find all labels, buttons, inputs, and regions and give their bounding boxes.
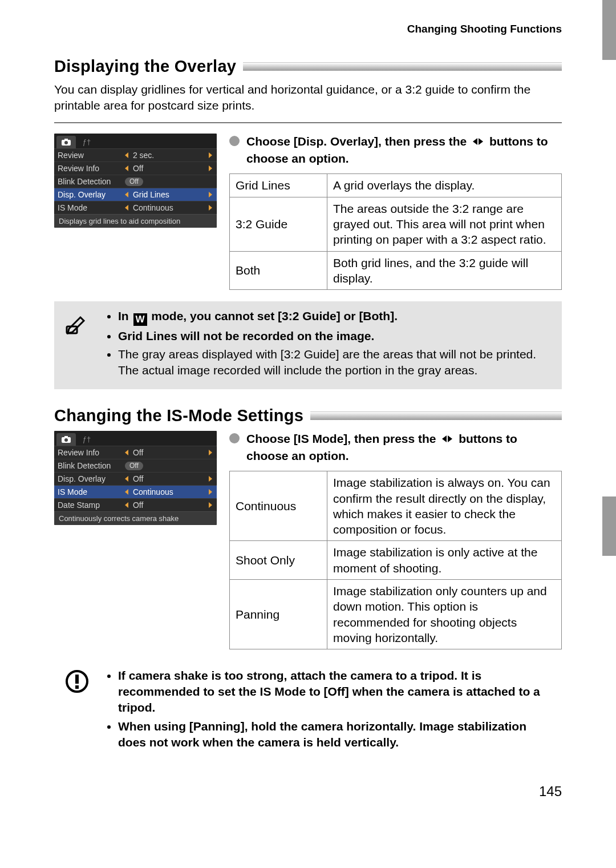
camera-tab-tools-icon: ƒ† <box>77 433 96 446</box>
option-label: Grid Lines <box>230 174 327 197</box>
camera-menu-row: Date Stamp Off <box>54 498 217 511</box>
camera-menu-row-label: IS Mode <box>58 487 125 496</box>
camera-menu-row-value: Grid Lines <box>125 190 213 199</box>
svg-marker-9 <box>442 435 447 442</box>
breadcrumb: Changing Shooting Functions <box>54 23 562 35</box>
table-row: PanningImage stabilization only counters… <box>230 580 562 649</box>
warning-item: If camera shake is too strong, attach th… <box>118 668 552 716</box>
section-heading: Changing the IS-Mode Settings <box>54 406 562 425</box>
camera-menu-row-value: Off <box>125 461 213 470</box>
instruction: Choose [IS Mode], then press the buttons… <box>229 431 562 465</box>
page-number: 145 <box>54 784 562 800</box>
left-right-arrows-icon <box>441 432 453 448</box>
option-description: The areas outside the 3:2 range are gray… <box>327 197 562 251</box>
camera-menu-row-value: Off <box>125 448 213 457</box>
option-label: Continuous <box>230 471 327 541</box>
camera-menu-row: Review Info Off <box>54 162 217 175</box>
svg-marker-3 <box>473 138 477 145</box>
camera-menu-screenshot: ƒ† Review 2 sec.Review Info OffBlink Det… <box>54 134 217 228</box>
caution-icon <box>64 669 90 698</box>
camera-menu-row: Disp. Overlay Grid Lines <box>54 188 217 201</box>
camera-menu-row-value: Off <box>125 164 213 173</box>
left-right-arrows-icon <box>472 135 484 151</box>
camera-menu-row-value: Continuous <box>125 203 213 212</box>
camera-tab-shooting-icon <box>56 433 76 446</box>
svg-rect-13 <box>75 685 79 689</box>
option-description: A grid overlays the display. <box>327 174 562 197</box>
svg-point-8 <box>64 438 68 442</box>
camera-menu-row-label: Review <box>58 151 125 160</box>
section-lead: You can display gridlines for vertical a… <box>54 82 562 114</box>
camera-menu-row-label: Review Info <box>58 448 125 457</box>
table-row: ContinuousImage stabilization is always … <box>230 471 562 541</box>
camera-menu-row-value: Off <box>125 176 213 186</box>
camera-menu-help: Displays grid lines to aid composition <box>54 214 217 228</box>
option-label: Shoot Only <box>230 541 327 580</box>
divider <box>54 122 562 123</box>
section-title: Changing the IS-Mode Settings <box>54 406 303 425</box>
camera-menu-help: Continuously corrects camera shake <box>54 511 217 525</box>
warning-item: When using [Panning], hold the camera ho… <box>118 718 552 750</box>
camera-menu-row-label: Review Info <box>58 164 125 173</box>
option-label: Panning <box>230 580 327 649</box>
section-title: Displaying the Overlay <box>54 57 236 76</box>
table-row: BothBoth grid lines, and the 3:2 guide w… <box>230 251 562 290</box>
camera-tab-tools-icon: ƒ† <box>77 136 96 148</box>
option-description: Image stabilization is always on. You ca… <box>327 471 562 541</box>
camera-tab-shooting-icon <box>56 136 76 148</box>
svg-rect-1 <box>64 139 68 140</box>
heading-rule <box>243 62 562 71</box>
option-label: 3:2 Guide <box>230 197 327 251</box>
options-table: Grid LinesA grid overlays the display.3:… <box>229 173 562 290</box>
svg-rect-7 <box>64 436 68 438</box>
table-row: 3:2 GuideThe areas outside the 3:2 range… <box>230 197 562 251</box>
option-description: Image stabilization only counters up and… <box>327 580 562 649</box>
table-row: Grid LinesA grid overlays the display. <box>230 174 562 197</box>
note-item: Grid Lines will not be recorded on the i… <box>118 328 552 344</box>
camera-menu-row: IS Mode Continuous <box>54 485 217 498</box>
section-heading: Displaying the Overlay <box>54 57 562 76</box>
option-label: Both <box>230 251 327 290</box>
camera-menu-row-label: Disp. Overlay <box>58 474 125 483</box>
pencil-note-icon <box>64 309 90 338</box>
camera-menu-row: Review Info Off <box>54 446 217 459</box>
instruction-text-before: Choose [IS Mode], then press the <box>246 432 439 445</box>
camera-menu-row: Review 2 sec. <box>54 148 217 162</box>
camera-menu-row: Blink DetectionOff <box>54 459 217 472</box>
thumb-tab-mid <box>602 496 616 556</box>
instruction-text-before: Choose [Disp. Overlay], then press the <box>246 135 470 148</box>
camera-menu-row: Disp. Overlay Off <box>54 472 217 485</box>
svg-marker-4 <box>479 138 483 145</box>
svg-rect-12 <box>75 675 79 684</box>
options-table: ContinuousImage stabilization is always … <box>229 471 562 649</box>
note-item: In W mode, you cannot set [3:2 Guide] or… <box>118 308 552 326</box>
option-description: Both grid lines, and the 3:2 guide will … <box>327 251 562 290</box>
svg-marker-10 <box>448 435 452 442</box>
manual-page: Changing Shooting Functions Displaying t… <box>0 0 616 834</box>
camera-menu-row-label: Blink Detection <box>58 177 125 186</box>
camera-menu-row: IS Mode Continuous <box>54 201 217 214</box>
camera-menu-row-value: 2 sec. <box>125 151 213 160</box>
heading-rule <box>310 411 562 420</box>
bullet-dot-icon <box>229 433 240 443</box>
thumb-tab-top <box>602 0 616 60</box>
camera-menu-row-label: Date Stamp <box>58 500 125 510</box>
camera-menu-row-label: IS Mode <box>58 203 125 212</box>
option-description: Image stabilization is only active at th… <box>327 541 562 580</box>
warning-box: If camera shake is too strong, attach th… <box>54 661 562 761</box>
camera-menu-row-label: Disp. Overlay <box>58 190 125 199</box>
note-item: The gray areas displayed with [3:2 Guide… <box>118 346 552 378</box>
camera-menu-row-label: Blink Detection <box>58 461 125 470</box>
camera-menu-row-value: Continuous <box>125 487 213 496</box>
camera-menu-row: Blink DetectionOff <box>54 175 217 188</box>
w-mode-icon: W <box>133 313 147 326</box>
bullet-dot-icon <box>229 136 240 146</box>
camera-menu-row-value: Off <box>125 474 213 483</box>
svg-point-2 <box>64 141 68 144</box>
notes-box: In W mode, you cannot set [3:2 Guide] or… <box>54 301 562 389</box>
camera-menu-row-value: Off <box>125 500 213 510</box>
table-row: Shoot OnlyImage stabilization is only ac… <box>230 541 562 580</box>
camera-menu-screenshot: ƒ† Review Info OffBlink DetectionOffDisp… <box>54 431 217 525</box>
instruction: Choose [Disp. Overlay], then press the b… <box>229 134 562 167</box>
